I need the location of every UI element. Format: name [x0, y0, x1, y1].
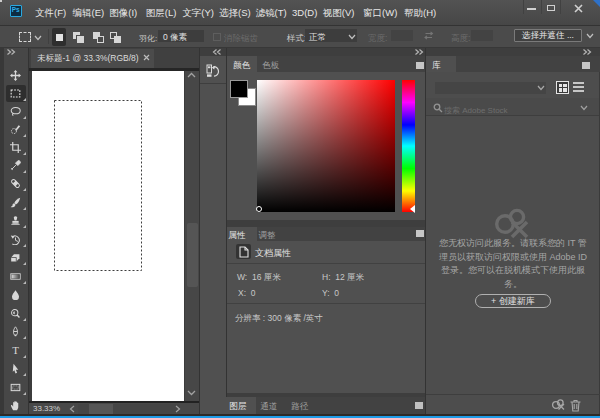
svg-text:T: T — [12, 345, 19, 356]
